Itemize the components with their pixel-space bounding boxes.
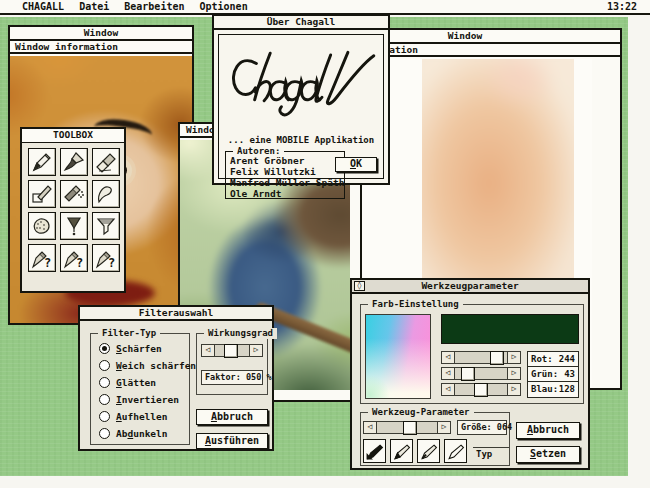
pen-dark-button[interactable]	[390, 439, 413, 463]
sponge-icon	[31, 215, 53, 237]
toolparams-cancel-button[interactable]: Abbruch	[516, 422, 580, 439]
radio-circle[interactable]	[99, 428, 110, 439]
slider-right-arrow-icon[interactable]: ▷	[437, 422, 450, 433]
red-value-row: Rot:244	[528, 352, 578, 367]
slider-left-arrow-icon[interactable]: ◁	[364, 422, 377, 433]
author-name: Felix Willutzki	[226, 166, 344, 177]
pen-medium-icon	[419, 442, 438, 461]
effect-strength-group: Wirkungsgrad ◁ ▷ Faktor: 050 %	[196, 333, 268, 395]
filter-dialog-titlebar[interactable]: Filterauswahl	[80, 307, 272, 321]
tool-airbrush[interactable]	[60, 180, 88, 208]
slider-thumb[interactable]	[461, 367, 475, 381]
filter-dialog: Filterauswahl Filter-Typ Schärfen Weich …	[78, 305, 274, 451]
slider-left-arrow-icon[interactable]: ◁	[202, 345, 215, 356]
fill-funnel-icon	[95, 215, 117, 237]
tool-pencil[interactable]	[28, 148, 56, 176]
size-slider[interactable]: ◁ ▷	[363, 421, 451, 434]
slider-thumb[interactable]	[490, 351, 504, 365]
menu-datei[interactable]: Datei	[79, 1, 109, 12]
unknown-pen-icon: ?	[63, 247, 85, 269]
radio-weich-schaerfen[interactable]: Weich schärfen	[99, 359, 196, 372]
slider-right-arrow-icon[interactable]: ▷	[249, 345, 262, 356]
about-dialog: Über Chagall ... eine MOBILE Applikation…	[212, 14, 390, 185]
color-group-label: Farb-Einstellung	[368, 299, 463, 310]
chagall-logo-signature	[227, 43, 379, 129]
blue-value-row: Blau:128	[528, 382, 578, 397]
rgb-values-box: Rot:244 Grün:43 Blau:128	[527, 351, 579, 398]
radio-circle[interactable]	[99, 343, 110, 354]
slider-thumb[interactable]	[403, 421, 417, 435]
tool-paper-knife[interactable]	[28, 180, 56, 208]
pencil-icon	[31, 151, 53, 173]
tool-paintbrush[interactable]	[60, 148, 88, 176]
tool-unknown-pen-3[interactable]: ?	[92, 244, 120, 272]
slider-right-arrow-icon[interactable]: ▷	[507, 384, 520, 395]
filter-run-button[interactable]: Ausführen	[196, 433, 268, 449]
slider-thumb[interactable]	[474, 383, 488, 397]
type-label-box: Typ	[473, 447, 509, 462]
toolparams-titlebar[interactable]: ◊ Werkzeugparameter	[352, 280, 588, 294]
color-gradient-picker[interactable]	[365, 314, 431, 399]
slider-left-arrow-icon[interactable]: ◁	[442, 352, 455, 363]
tool-parameter-group: Werkzeug-Parameter ◁ ▷ Größe: 064 Typ	[360, 412, 510, 466]
slider-right-arrow-icon[interactable]: ▷	[507, 368, 520, 379]
drip-brush-icon	[63, 215, 85, 237]
radio-circle[interactable]	[99, 360, 110, 371]
tool-unknown-pen-2[interactable]: ?	[60, 244, 88, 272]
author-name: Manfred Müller-Späth	[226, 177, 344, 188]
toolparams-title: Werkzeugparameter	[421, 280, 518, 291]
toolbox-titlebar[interactable]: TOOLBOX	[22, 129, 124, 143]
radio-glaetten[interactable]: Glätten	[99, 376, 156, 389]
radio-circle[interactable]	[99, 411, 110, 422]
filter-type-group-label: Filter-Typ	[98, 328, 160, 339]
vertical-scrollbar[interactable]	[592, 59, 620, 388]
airbrush-icon	[63, 183, 85, 205]
effect-strength-slider[interactable]: ◁ ▷	[201, 344, 263, 357]
radio-circle[interactable]	[99, 394, 110, 405]
ok-button[interactable]: OK	[335, 157, 377, 172]
tool-fill-funnel[interactable]	[92, 212, 120, 240]
close-icon[interactable]: ◊	[354, 281, 365, 291]
red-slider[interactable]: ◁ ▷	[441, 351, 521, 364]
effect-group-label: Wirkungsgrad	[204, 328, 277, 339]
unknown-pen-icon: ?	[95, 247, 117, 269]
blue-slider[interactable]: ◁ ▷	[441, 383, 521, 396]
pen-outline-button[interactable]	[444, 439, 467, 463]
filter-cancel-button[interactable]: Abbruch	[196, 409, 268, 425]
tool-smudge[interactable]	[92, 180, 120, 208]
slider-left-arrow-icon[interactable]: ◁	[442, 368, 455, 379]
radio-invertieren[interactable]: Invertieren	[99, 393, 179, 406]
color-preview-swatch	[441, 314, 579, 344]
unknown-pen-icon: ?	[31, 247, 53, 269]
tool-drip-brush[interactable]	[60, 212, 88, 240]
green-slider[interactable]: ◁ ▷	[441, 367, 521, 380]
filter-type-group: Filter-Typ Schärfen Weich schärfen Glätt…	[90, 333, 190, 445]
menu-app-chagall[interactable]: CHAGALL	[22, 1, 64, 12]
menu-bearbeiten[interactable]: Bearbeiten	[124, 1, 184, 12]
factor-value-box: Faktor: 050 %	[201, 370, 263, 385]
menu-optionen[interactable]: Optionen	[199, 1, 247, 12]
about-dialog-titlebar[interactable]: Über Chagall	[214, 16, 388, 30]
authors-group-label: Autoren:	[233, 146, 284, 157]
slider-right-arrow-icon[interactable]: ▷	[507, 352, 520, 363]
radio-circle[interactable]	[99, 377, 110, 388]
pen-filled-button[interactable]	[363, 439, 386, 463]
about-dialog-frame: ... eine MOBILE Applikation Autoren: Are…	[218, 34, 384, 179]
pen-medium-button[interactable]	[417, 439, 440, 463]
pen-outline-icon	[446, 442, 465, 461]
tool-unknown-pen-1[interactable]: ?	[28, 244, 56, 272]
eraser-roller-icon	[95, 151, 117, 173]
tool-sponge[interactable]	[28, 212, 56, 240]
toolparams-apply-button[interactable]: Setzen	[516, 446, 580, 463]
color-settings-group: Farb-Einstellung ◁ ▷ ◁ ▷ ◁ ▷ Rot:244 Grü…	[360, 304, 584, 404]
slider-thumb[interactable]	[224, 344, 238, 358]
clown-window-titlebar[interactable]: Window	[10, 27, 192, 41]
clown-window-infobar: Window information	[10, 41, 192, 54]
slider-left-arrow-icon[interactable]: ◁	[442, 384, 455, 395]
radio-abdunkeln[interactable]: Abdunkeln	[99, 427, 168, 440]
radio-aufhellen[interactable]: Aufhellen	[99, 410, 168, 423]
tool-eraser-roller[interactable]	[92, 148, 120, 176]
blue-value: 128	[559, 382, 575, 397]
pen-filled-icon	[365, 442, 384, 461]
radio-schaerfen[interactable]: Schärfen	[99, 342, 162, 355]
